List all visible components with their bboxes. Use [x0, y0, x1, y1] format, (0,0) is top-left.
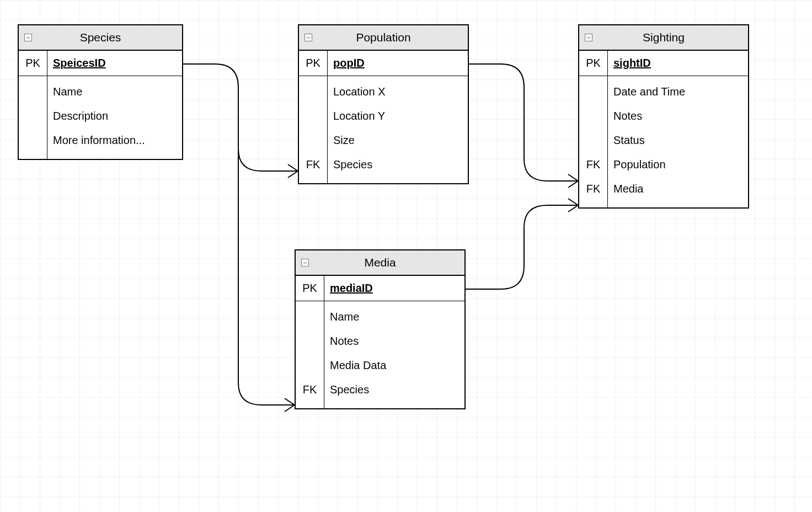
collapse-icon[interactable]: − [301, 259, 309, 266]
attribute-cell: Population [608, 152, 748, 177]
pk-attribute: SpeicesID [53, 57, 106, 70]
collapse-icon[interactable]: − [304, 34, 312, 41]
pk-label: PK [296, 276, 324, 301]
entity-title: Population [312, 31, 468, 44]
attribute-cell: Location X [328, 79, 468, 104]
key-cell [19, 128, 47, 152]
attribute-cell: Media [608, 177, 748, 201]
attribute-cell: Name [324, 305, 464, 329]
key-cell [296, 353, 324, 377]
attribute-cell: Species [328, 152, 468, 177]
entity-body: PK FK FK sightID Date and Time Notes Sta… [579, 51, 748, 207]
key-cell: FK [299, 152, 327, 177]
attribute-cell: Notes [324, 329, 464, 353]
collapse-icon[interactable]: − [585, 34, 592, 41]
collapse-icon[interactable]: − [24, 34, 32, 41]
attribute-cell: Location Y [328, 104, 468, 128]
attribute-cell: Date and Time [608, 79, 748, 104]
pk-attribute: sightID [613, 57, 651, 70]
key-cell: FK [579, 177, 607, 201]
pk-label: PK [579, 51, 607, 76]
entity-species[interactable]: − Species PK SpeicesID Name Description … [18, 24, 183, 160]
entity-media[interactable]: − Media PK FK mediaID Name Notes Media D… [295, 249, 466, 409]
key-cell [299, 104, 327, 128]
key-cell [299, 79, 327, 104]
key-cell: FK [579, 152, 607, 177]
pk-label: PK [19, 51, 47, 76]
key-cell [579, 128, 607, 152]
attribute-cell: Name [47, 79, 182, 104]
key-cell [19, 104, 47, 128]
key-cell [299, 128, 327, 152]
entity-header[interactable]: − Population [299, 25, 468, 51]
key-cell: FK [296, 377, 324, 402]
pk-attribute: mediaID [330, 282, 373, 295]
pk-label: PK [299, 51, 327, 76]
attribute-cell: Status [608, 128, 748, 152]
pk-attribute: popID [333, 57, 365, 70]
entity-title: Sighting [592, 31, 748, 44]
attribute-cell: Description [47, 104, 182, 128]
attribute-cell: Notes [608, 104, 748, 128]
key-cell [19, 79, 47, 104]
attribute-cell: Size [328, 128, 468, 152]
entity-body: PK SpeicesID Name Description More infor… [19, 51, 182, 159]
entity-sighting[interactable]: − Sighting PK FK FK sightID Date and Tim… [578, 24, 749, 209]
entity-body: PK FK popID Location X Location Y Size S… [299, 51, 468, 183]
attribute-cell: More information... [47, 128, 182, 152]
entity-header[interactable]: − Sighting [579, 25, 748, 51]
attribute-cell: Species [324, 377, 464, 402]
attribute-cell: Media Data [324, 353, 464, 377]
entity-header[interactable]: − Species [19, 25, 182, 51]
key-cell [579, 104, 607, 128]
key-cell [296, 329, 324, 353]
entity-title: Species [32, 31, 182, 44]
entity-population[interactable]: − Population PK FK popID Location X Loca… [298, 24, 469, 184]
entity-body: PK FK mediaID Name Notes Media Data Spec… [296, 276, 464, 408]
entity-header[interactable]: − Media [296, 250, 464, 276]
key-cell [296, 305, 324, 329]
entity-title: Media [309, 256, 464, 269]
key-cell [579, 79, 607, 104]
